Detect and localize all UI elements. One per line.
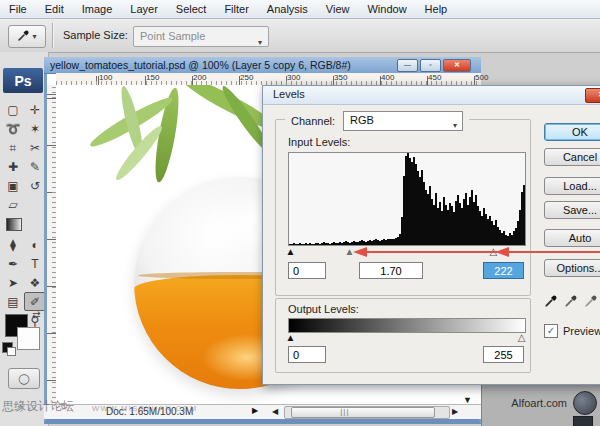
output-levels-label: Output Levels: xyxy=(288,303,359,315)
brush-tool[interactable]: ✎ xyxy=(24,157,46,176)
menu-file[interactable]: File xyxy=(0,0,36,18)
input-levels-label: Input Levels: xyxy=(288,136,350,148)
menu-select[interactable]: Select xyxy=(167,0,216,18)
menu-layer[interactable]: Layer xyxy=(121,0,167,18)
menu-help[interactable]: Help xyxy=(416,0,457,18)
gray-point-eyedropper-icon[interactable] xyxy=(564,294,578,312)
desktop-strip: Alfoart.com xyxy=(481,385,600,426)
doc-size-readout: Doc: 1.65M/100.3M xyxy=(106,406,193,417)
quick-mask-button[interactable]: ◯ xyxy=(8,368,40,389)
save-button[interactable]: Save... xyxy=(544,201,600,219)
ruler-label-400: 400 xyxy=(381,73,394,82)
output-black-field[interactable]: 0 xyxy=(288,346,326,363)
auto-button[interactable]: Auto xyxy=(544,229,600,247)
output-white-slider[interactable]: △ xyxy=(518,332,526,343)
crop-tool[interactable]: ⌗ xyxy=(2,138,24,157)
histogram xyxy=(288,152,526,246)
dialog-close-button[interactable]: ✕ xyxy=(585,88,600,103)
channel-dropdown[interactable]: RGB ▾ xyxy=(343,111,463,131)
load-button[interactable]: Load... xyxy=(544,177,600,195)
menu-filter[interactable]: Filter xyxy=(215,0,257,18)
shape-tool[interactable]: ❖ xyxy=(24,273,46,292)
white-point-eyedropper-icon[interactable] xyxy=(584,294,598,312)
notes-tool[interactable]: ▤ xyxy=(2,292,24,311)
tool-grid: ▢✛➰✶⌗✂✚✎▣↺▱⧫◐✒T➤❖▤✐☞⚲ xyxy=(2,100,46,330)
swap-colors-icon[interactable]: ⇄ xyxy=(32,309,40,320)
status-bar: Doc: 1.65M/100.3M ▶ ◀ ||| ▶ xyxy=(44,404,481,419)
dodge-tool[interactable]: ◐ xyxy=(24,235,46,254)
scrollbar-thumb[interactable]: ||| xyxy=(291,407,435,418)
scroll-left-arrow[interactable]: ◀ xyxy=(272,407,278,416)
preview-checkbox[interactable]: ✓ xyxy=(544,324,558,338)
window-controls: — ▫ ✕ xyxy=(397,59,471,72)
ruler-label-150: 150 xyxy=(146,73,159,82)
marquee-tool[interactable]: ▢ xyxy=(2,100,24,119)
ok-button[interactable]: OK xyxy=(544,123,600,141)
scroll-right-arrow[interactable]: ▶ xyxy=(452,407,458,416)
menu-analysis[interactable]: Analysis xyxy=(258,0,317,18)
magic-wand-tool[interactable]: ✶ xyxy=(24,119,46,138)
output-gradient-bar xyxy=(288,318,526,333)
lasso-tool[interactable]: ➰ xyxy=(2,119,24,138)
color-swatches: ⇄ xyxy=(2,314,46,358)
input-white-slider[interactable]: △ xyxy=(489,246,497,257)
tray-icon xyxy=(573,416,593,426)
path-select-tool[interactable]: ➤ xyxy=(2,273,24,292)
slice-tool[interactable]: ✂ xyxy=(24,138,46,157)
output-white-field[interactable]: 255 xyxy=(483,346,524,363)
preview-label: Preview xyxy=(563,325,600,337)
channel-value: RGB xyxy=(350,114,374,126)
input-black-field[interactable]: 0 xyxy=(288,262,326,279)
maximize-button[interactable]: ▫ xyxy=(420,59,441,72)
divider xyxy=(52,23,54,48)
document-title: yellow_tomatoes_tutorial.psd @ 100% (Lay… xyxy=(44,59,351,71)
sample-size-label: Sample Size: xyxy=(63,29,128,41)
ruler-label-450: 450 xyxy=(428,73,441,82)
eyedropper-icon xyxy=(17,28,30,46)
ruler-label-300: 300 xyxy=(287,73,300,82)
chevron-down-icon: ▾ xyxy=(453,117,457,134)
output-black-slider[interactable]: ▲ xyxy=(285,332,295,343)
input-black-slider[interactable]: ▲ xyxy=(285,246,295,257)
clone-stamp-tool[interactable]: ▣ xyxy=(2,176,24,195)
eyedropper-set xyxy=(544,294,598,312)
pen-tool[interactable]: ✒ xyxy=(2,254,24,273)
photoshop-window: FileEditImageLayerSelectFilterAnalysisVi… xyxy=(0,0,600,426)
menu-window[interactable]: Window xyxy=(358,0,415,18)
move-tool[interactable]: ✛ xyxy=(24,100,46,119)
tools-panel: Ps ▢✛➰✶⌗✂✚✎▣↺▱⧫◐✒T➤❖▤✐☞⚲ ⇄ ◯ xyxy=(0,52,49,426)
background-color-swatch[interactable] xyxy=(17,327,40,350)
options-button[interactable]: Options... xyxy=(544,259,600,277)
output-sliders: ▲ △ xyxy=(288,332,524,344)
status-menu-arrow[interactable]: ▶ xyxy=(252,406,258,415)
dialog-titlebar[interactable]: Levels ✕ xyxy=(263,86,600,105)
dialog-buttons: OKCancelLoad...Save...AutoOptions... xyxy=(544,123,600,277)
menu-edit[interactable]: Edit xyxy=(36,0,73,18)
input-gray-slider[interactable]: ▲ xyxy=(344,246,354,257)
eraser-tool[interactable]: ▱ xyxy=(2,195,24,214)
black-point-eyedropper-icon[interactable] xyxy=(544,294,558,312)
type-tool[interactable]: T xyxy=(24,254,46,273)
blur-tool[interactable]: ⧫ xyxy=(2,235,24,254)
default-colors-icon[interactable] xyxy=(2,342,13,353)
close-button[interactable]: ✕ xyxy=(443,59,471,72)
history-brush-tool[interactable]: ↺ xyxy=(24,176,46,195)
document-titlebar[interactable]: yellow_tomatoes_tutorial.psd @ 100% (Lay… xyxy=(44,57,481,74)
minimize-button[interactable]: — xyxy=(397,59,418,72)
input-gamma-field[interactable]: 1.70 xyxy=(359,262,423,279)
active-tool-button[interactable]: ▾ xyxy=(8,25,46,48)
sample-size-dropdown[interactable]: Point Sample ▾ xyxy=(133,26,269,47)
menu-view[interactable]: View xyxy=(317,0,359,18)
options-bar: ▾ Sample Size: Point Sample ▾ xyxy=(0,19,600,53)
input-white-field[interactable]: 222 xyxy=(483,262,524,279)
chevron-down-icon: ▾ xyxy=(32,32,36,41)
horizontal-scrollbar[interactable]: ||| xyxy=(284,406,450,419)
ruler-label-500: 500 xyxy=(475,73,488,82)
ruler-label-350: 350 xyxy=(334,73,347,82)
healing-brush-tool[interactable]: ✚ xyxy=(2,157,24,176)
input-sliders: ▲ ▲ △ xyxy=(288,246,524,259)
ruler-label-250: 250 xyxy=(240,73,253,82)
menu-image[interactable]: Image xyxy=(73,0,122,18)
gradient-tool[interactable] xyxy=(6,218,22,231)
cancel-button[interactable]: Cancel xyxy=(544,148,600,166)
